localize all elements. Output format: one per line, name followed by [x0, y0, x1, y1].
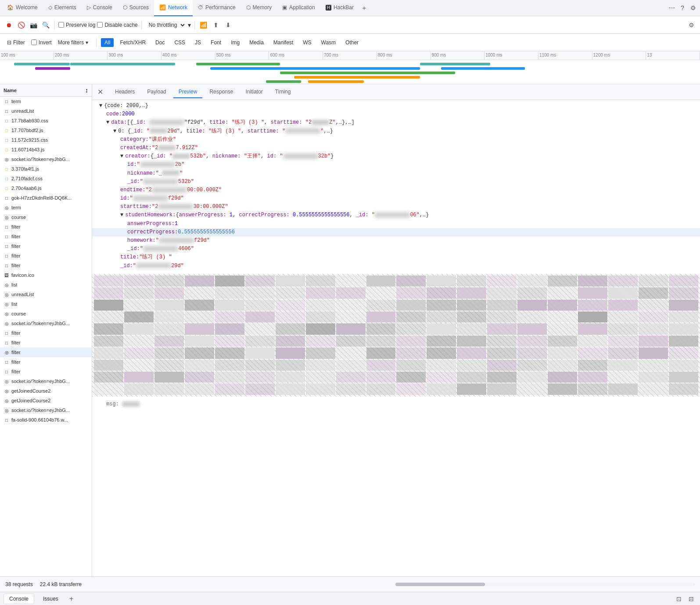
json-preview[interactable]: ▼ {code: 2000,…} code: 2000 ▼ data: [{_i…: [92, 100, 700, 576]
request-list-1[interactable]: ◎ list: [0, 280, 92, 290]
tab-elements[interactable]: ◇ Elements: [43, 0, 82, 16]
tab-hackbar[interactable]: H HackBar: [320, 0, 359, 16]
wifi-button[interactable]: 📶: [198, 20, 209, 30]
request-unreadlist-1[interactable]: □ unreadList: [0, 106, 92, 116]
tab-network[interactable]: 📶 Network: [154, 0, 193, 16]
request-ws-4[interactable]: ◎ socket.io/?token=eyJhbG...: [0, 405, 92, 415]
tab-welcome[interactable]: 🏠 Welcome: [2, 0, 43, 16]
request-icon-js: □: [4, 127, 10, 133]
tab-console[interactable]: ▷ Console: [82, 0, 118, 16]
filter-type-other[interactable]: Other: [342, 38, 362, 47]
dock-bottom-button[interactable]: ⊟: [686, 594, 696, 604]
request-css-2[interactable]: □ 11.572c9215.css: [0, 135, 92, 145]
filter-type-manifest[interactable]: Manifest: [270, 38, 297, 47]
tab-memory[interactable]: ⬡ Memory: [241, 0, 277, 16]
request-font-1[interactable]: □ gok-H7zzDkdnRel8-DQ6K...: [0, 193, 92, 203]
detail-tab-headers[interactable]: Headers: [110, 86, 140, 98]
request-term-1[interactable]: □ term: [0, 97, 92, 106]
request-js-1[interactable]: □ 17.707bbdf2.js: [0, 125, 92, 135]
tab-application[interactable]: ▣ Application: [277, 0, 320, 16]
sort-button[interactable]: ↕: [85, 87, 88, 94]
tab-sources[interactable]: ⬡ Sources: [118, 0, 154, 16]
json-toggle-sh[interactable]: ▼: [120, 211, 123, 219]
request-favicon[interactable]: 🖼 favicon.ico: [0, 270, 92, 280]
filter-type-fetchxhr[interactable]: Fetch/XHR: [116, 38, 149, 47]
request-filter-5[interactable]: □ filter: [0, 261, 92, 270]
filter-type-js[interactable]: JS: [191, 38, 205, 47]
filter-type-css[interactable]: CSS: [171, 38, 189, 47]
request-getjoined-2[interactable]: ◎ getJoinedCourse2: [0, 396, 92, 405]
search-button[interactable]: 🔍: [40, 20, 51, 30]
detail-tab-timing[interactable]: Timing: [270, 86, 296, 98]
preserve-log-checkbox[interactable]: Preserve log: [58, 22, 95, 28]
disable-cache-checkbox[interactable]: Disable cache: [97, 22, 137, 28]
json-toggle-creator[interactable]: ▼: [120, 152, 123, 161]
horizontal-scrollbar[interactable]: [395, 583, 695, 586]
json-studenthomework-row: ▼ studentHomework: {answerProgress: 1, c…: [92, 211, 700, 219]
download-button[interactable]: ⬇: [223, 20, 233, 30]
request-filter-6[interactable]: □ filter: [0, 328, 92, 338]
more-filters-button[interactable]: More filters ▾: [54, 38, 92, 47]
request-getjoined-1[interactable]: ◎ getJoinedCourse2: [0, 386, 92, 396]
request-font-2[interactable]: □ fa-solid-900.66104b76.w...: [0, 415, 92, 425]
request-filter-3[interactable]: □ filter: [0, 241, 92, 251]
bottom-tab-console[interactable]: Console: [4, 594, 34, 604]
add-bottom-tab-button[interactable]: +: [67, 594, 76, 603]
settings-button[interactable]: ⚙: [688, 3, 698, 13]
record-button[interactable]: ⏺: [4, 20, 14, 30]
more-options-button[interactable]: ⋯: [667, 3, 677, 13]
close-detail-button[interactable]: ✕: [96, 88, 104, 97]
request-filter-7[interactable]: □ filter: [0, 338, 92, 347]
tab-performance[interactable]: ⏱ Performance: [193, 0, 241, 16]
upload-button[interactable]: ⬆: [211, 20, 221, 30]
filter-type-media[interactable]: Media: [246, 38, 267, 47]
detail-tab-preview[interactable]: Preview: [173, 86, 203, 98]
bottom-tab-issues[interactable]: Issues: [38, 594, 64, 604]
request-term-2[interactable]: ◎ term: [0, 203, 92, 212]
request-ws-2[interactable]: ◎ socket.io/?token=eyJhbG...: [0, 319, 92, 328]
request-icon-ws4: ◎: [4, 407, 10, 413]
request-filter-1[interactable]: □ filter: [0, 222, 92, 232]
invert-checkbox[interactable]: Invert: [31, 39, 52, 46]
detail-tab-response[interactable]: Response: [204, 86, 238, 98]
clear-button[interactable]: 🚫: [16, 20, 26, 30]
request-js-2[interactable]: □ 11.60714b43.js: [0, 145, 92, 154]
request-ws-3[interactable]: ◎ socket.io/?token=eyJhbG...: [0, 376, 92, 386]
request-filter-10[interactable]: □ filter: [0, 367, 92, 376]
help-button[interactable]: ?: [677, 3, 688, 13]
json-toggle-item0[interactable]: ▼: [113, 127, 116, 136]
filter-type-font[interactable]: Font: [207, 38, 225, 47]
add-tab-button[interactable]: +: [359, 3, 370, 13]
request-list-2[interactable]: ◎ list: [0, 299, 92, 309]
scrollbar-thumb[interactable]: [395, 583, 485, 586]
filter-type-all[interactable]: All: [101, 38, 114, 47]
request-css-3[interactable]: □ 2.710fadcf.css: [0, 174, 92, 183]
dock-side-button[interactable]: ⊡: [674, 594, 684, 604]
json-toggle-data[interactable]: ▼: [106, 118, 109, 127]
request-js-3[interactable]: □ 3.370fa4f1.js: [0, 164, 92, 174]
detail-tab-payload[interactable]: Payload: [142, 86, 171, 98]
settings-gear-button[interactable]: ⚙: [686, 20, 696, 30]
request-icon-filter10: □: [4, 369, 10, 375]
request-css-1[interactable]: □ 17.7b8ab930.css: [0, 116, 92, 125]
throttle-dropdown-icon[interactable]: ▾: [188, 21, 191, 29]
filter-type-img[interactable]: Img: [227, 38, 243, 47]
request-filter-8-selected[interactable]: ◎ filter: [0, 347, 92, 357]
request-unreadlist-2[interactable]: ◎ unreadList: [0, 290, 92, 299]
filter-type-ws[interactable]: WS: [299, 38, 315, 47]
request-course-2[interactable]: ◎ course: [0, 309, 92, 319]
request-course-1[interactable]: ◎ course: [0, 212, 92, 222]
filter-button[interactable]: ⊟ Filter: [4, 38, 29, 47]
request-filter-9[interactable]: □ filter: [0, 357, 92, 367]
ruler-800: 800 ms: [377, 51, 431, 60]
filter-type-doc[interactable]: Doc: [152, 38, 168, 47]
request-filter-4[interactable]: □ filter: [0, 251, 92, 261]
detail-tab-initiator[interactable]: Initiator: [240, 86, 268, 98]
request-js-4[interactable]: □ 2.70c4aab6.js: [0, 183, 92, 193]
throttle-select[interactable]: No throttling: [145, 21, 186, 29]
screenshot-button[interactable]: 📷: [28, 20, 39, 30]
filter-type-wasm[interactable]: Wasm: [318, 38, 340, 47]
request-filter-2[interactable]: □ filter: [0, 232, 92, 241]
json-toggle-root[interactable]: ▼: [99, 102, 102, 110]
request-ws-1[interactable]: ◎ socket.io/?token=eyJhbG...: [0, 154, 92, 164]
